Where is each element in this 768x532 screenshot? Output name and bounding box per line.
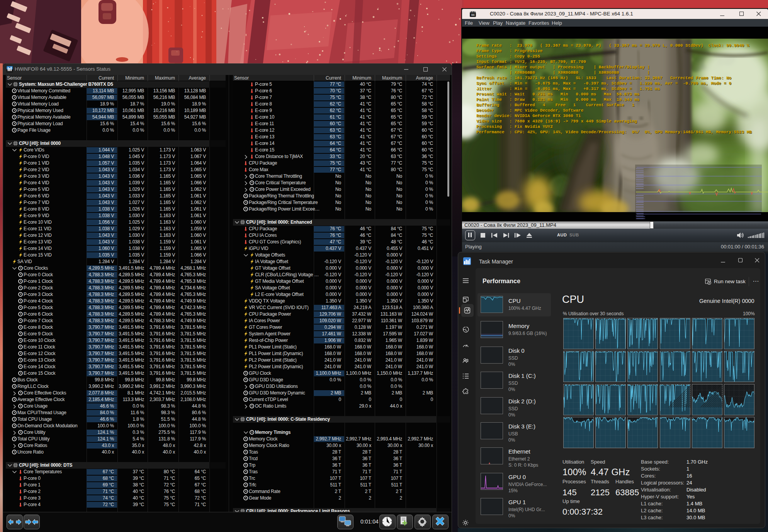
svg-text:BE: BE bbox=[471, 14, 475, 16]
